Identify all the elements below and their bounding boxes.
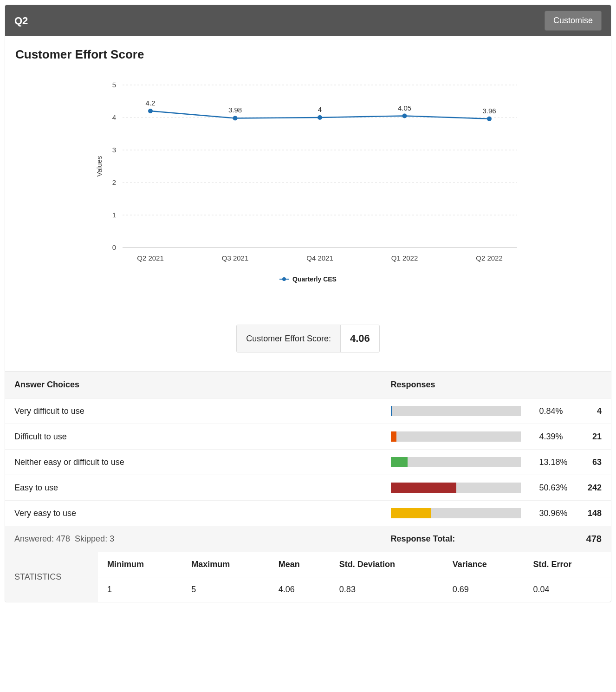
count-value: 242 [577,475,611,501]
legend-label: Quarterly CES [292,275,337,283]
legend-item-quarterly-ces: Quarterly CES [279,275,337,283]
stats-val-stddev: 0.83 [330,577,443,602]
bar-cell [382,475,530,501]
answered-skipped: Answered: 478 Skipped: 3 [5,526,382,552]
svg-text:3.98: 3.98 [228,106,241,114]
stats-val-min: 1 [98,577,182,602]
svg-text:3.96: 3.96 [482,107,496,115]
bar-cell [382,501,530,526]
summary-row: Answered: 478 Skipped: 3Response Total:4… [5,526,611,552]
percent-value: 50.63% [530,475,577,501]
responses-table: Answer Choices Responses Very difficult … [5,371,611,552]
stats-hdr-min: Minimum [98,552,182,577]
chart-title: Customer Effort Score [15,47,601,62]
count-value: 21 [577,424,611,450]
answer-label: Very difficult to use [5,398,382,424]
table-row: Difficult to use4.39%21 [5,424,611,450]
svg-text:Values: Values [95,156,103,177]
card-content: Customer Effort Score 012345Q2 2021Q3 20… [5,36,611,371]
score-value: 4.06 [341,325,379,352]
svg-text:Q2 2022: Q2 2022 [476,254,503,262]
stats-row-label: STATISTICS [5,552,98,602]
col-responses: Responses [382,372,611,398]
stats-hdr-se: Std. Error [524,552,611,577]
table-row: Easy to use50.63%242 [5,475,611,501]
svg-text:Q2 2021: Q2 2021 [137,254,164,262]
percent-value: 0.84% [530,398,577,424]
score-label: Customer Effort Score: [237,325,341,352]
answer-label: Easy to use [5,475,382,501]
svg-text:4.2: 4.2 [145,99,155,107]
svg-point-18 [148,109,153,113]
score-box-row: Customer Effort Score: 4.06 [15,325,601,353]
stats-hdr-var: Variance [443,552,524,577]
response-total-value: 478 [577,526,611,552]
svg-text:4.05: 4.05 [397,104,411,112]
table-row: Very easy to use30.96%148 [5,501,611,526]
svg-text:3: 3 [112,146,116,154]
response-total-label: Response Total: [382,526,577,552]
customise-button[interactable]: Customise [545,11,602,31]
card-header: Q2 Customise [5,5,611,36]
bar-cell [382,450,530,475]
svg-text:0: 0 [112,243,116,251]
svg-text:Q4 2021: Q4 2021 [306,254,333,262]
count-value: 148 [577,501,611,526]
percent-value: 30.96% [530,501,577,526]
bar-cell [382,424,530,450]
svg-text:1: 1 [112,211,116,219]
stats-val-var: 0.69 [443,577,524,602]
percent-value: 13.18% [530,450,577,475]
chart-legend: Quarterly CES [15,275,601,283]
stats-val-se: 0.04 [524,577,611,602]
stats-hdr-max: Maximum [182,552,269,577]
svg-point-26 [487,117,492,121]
legend-marker-icon [279,279,289,280]
bar-cell [382,398,530,424]
svg-point-20 [233,116,237,120]
svg-text:4: 4 [112,113,116,121]
svg-text:4: 4 [318,105,321,113]
count-value: 63 [577,450,611,475]
statistics-table: STATISTICS Minimum Maximum Mean Std. Dev… [5,552,611,602]
answer-label: Difficult to use [5,424,382,450]
score-box: Customer Effort Score: 4.06 [236,325,380,353]
count-value: 4 [577,398,611,424]
question-label: Q2 [14,15,28,27]
stats-val-max: 5 [182,577,269,602]
svg-text:5: 5 [112,81,116,89]
svg-point-22 [318,115,322,120]
answer-label: Neither easy or difficult to use [5,450,382,475]
table-row: Very difficult to use0.84%4 [5,398,611,424]
percent-value: 4.39% [530,424,577,450]
chart-container: 012345Q2 2021Q3 2021Q4 2021Q1 2022Q2 202… [15,76,601,271]
svg-text:Q1 2022: Q1 2022 [391,254,418,262]
svg-point-24 [402,114,407,118]
stats-hdr-mean: Mean [269,552,330,577]
svg-text:2: 2 [112,178,116,186]
svg-text:Q3 2021: Q3 2021 [221,254,248,262]
stats-hdr-stddev: Std. Deviation [330,552,443,577]
stats-val-mean: 4.06 [269,577,330,602]
table-row: Neither easy or difficult to use13.18%63 [5,450,611,475]
answer-label: Very easy to use [5,501,382,526]
line-chart: 012345Q2 2021Q3 2021Q4 2021Q1 2022Q2 202… [85,76,531,271]
report-card: Q2 Customise Customer Effort Score 01234… [5,5,611,602]
col-answer-choices: Answer Choices [5,372,382,398]
